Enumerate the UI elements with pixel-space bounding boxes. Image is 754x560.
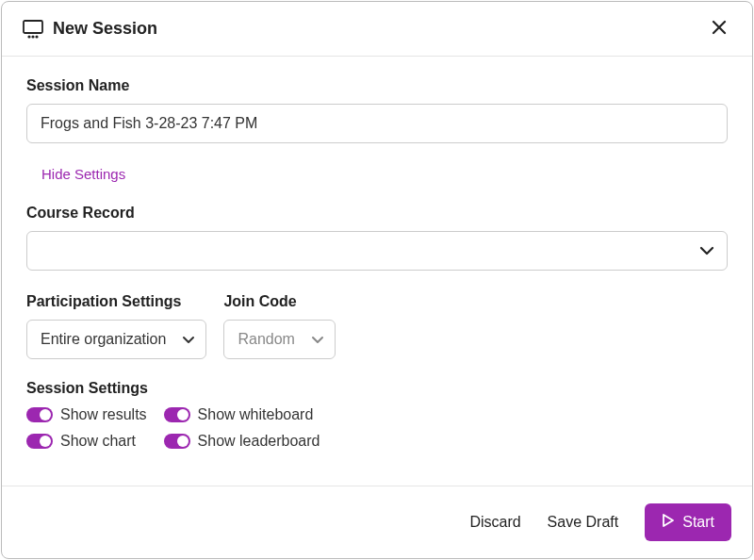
toggle-show-results: Show results	[26, 406, 147, 423]
participation-col: Participation Settings Entire organizati…	[26, 293, 206, 359]
join-code-label: Join Code	[223, 293, 335, 310]
join-code-select[interactable]: Random	[223, 320, 335, 359]
participation-select[interactable]: Entire organization	[26, 320, 206, 359]
show-chart-toggle[interactable]	[26, 434, 53, 449]
session-name-input[interactable]	[26, 104, 728, 143]
course-record-label: Course Record	[26, 205, 728, 222]
show-results-toggle[interactable]	[26, 407, 53, 422]
svg-point-1	[27, 35, 30, 38]
header-left: New Session	[23, 19, 157, 39]
svg-rect-0	[24, 21, 42, 33]
toggles-grid: Show results Show whiteboard Show chart …	[26, 406, 320, 450]
toggle-show-leaderboard: Show leaderboard	[164, 433, 320, 450]
toggle-show-whiteboard: Show whiteboard	[164, 406, 320, 423]
discard-button[interactable]: Discard	[469, 514, 520, 531]
session-settings-label: Session Settings	[26, 380, 728, 397]
modal-header: New Session	[2, 2, 752, 57]
save-draft-button[interactable]: Save Draft	[548, 514, 619, 531]
close-button[interactable]	[707, 15, 731, 42]
course-record-section: Course Record	[26, 205, 728, 271]
session-name-label: Session Name	[26, 77, 728, 94]
show-whiteboard-toggle[interactable]	[164, 407, 190, 422]
modal-title: New Session	[53, 19, 157, 39]
start-button-label: Start	[682, 514, 714, 531]
participation-select-wrap: Entire organization	[26, 320, 206, 359]
show-leaderboard-label: Show leaderboard	[198, 433, 320, 450]
hide-settings-button[interactable]: Hide Settings	[41, 166, 125, 182]
modal-footer: Discard Save Draft Start	[2, 486, 752, 558]
start-button[interactable]: Start	[645, 503, 731, 541]
new-session-modal: New Session Session Name Hide Settings C…	[1, 1, 753, 559]
join-code-select-wrap: Random	[223, 320, 335, 359]
course-record-select-wrap	[26, 231, 728, 271]
participation-join-row: Participation Settings Entire organizati…	[26, 293, 728, 359]
join-code-col: Join Code Random	[223, 293, 335, 359]
show-results-label: Show results	[60, 406, 147, 423]
show-chart-label: Show chart	[60, 433, 136, 450]
participation-label: Participation Settings	[26, 293, 206, 310]
svg-point-2	[31, 35, 34, 38]
show-leaderboard-toggle[interactable]	[164, 434, 190, 449]
modal-body: Session Name Hide Settings Course Record…	[2, 57, 752, 486]
svg-point-3	[35, 35, 38, 38]
session-settings-section: Session Settings Show results Show white…	[26, 380, 728, 450]
close-icon	[711, 19, 728, 39]
course-record-select[interactable]	[26, 231, 728, 271]
toggle-show-chart: Show chart	[26, 433, 147, 450]
show-whiteboard-label: Show whiteboard	[198, 406, 314, 423]
session-icon	[23, 20, 43, 39]
play-icon	[662, 513, 675, 532]
